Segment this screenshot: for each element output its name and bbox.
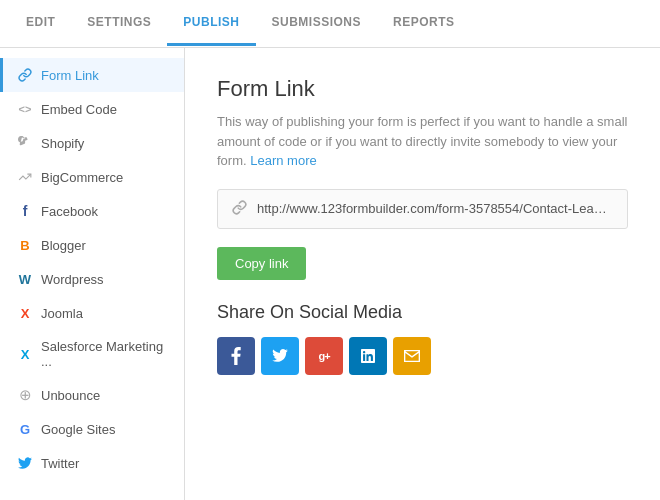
sidebar-label-bigcommerce: BigCommerce	[41, 170, 123, 185]
sidebar-item-embed-code[interactable]: <> Embed Code	[0, 92, 184, 126]
sidebar-item-blogger[interactable]: B Blogger	[0, 228, 184, 262]
share-twitter-button[interactable]	[261, 337, 299, 375]
sidebar-item-google-sites[interactable]: G Google Sites	[0, 412, 184, 446]
salesforce-icon: X	[17, 346, 33, 362]
google-sites-icon: G	[17, 421, 33, 437]
sidebar-item-wordpress[interactable]: W Wordpress	[0, 262, 184, 296]
share-linkedin-button[interactable]	[349, 337, 387, 375]
tab-reports[interactable]: REPORTS	[377, 1, 471, 46]
sidebar-label-embed-code: Embed Code	[41, 102, 117, 117]
copy-link-button[interactable]: Copy link	[217, 247, 306, 280]
content-description: This way of publishing your form is perf…	[217, 112, 628, 171]
sidebar-label-facebook: Facebook	[41, 204, 98, 219]
tab-submissions[interactable]: SUBMISSIONS	[256, 1, 378, 46]
url-display-box: http://www.123formbuilder.com/form-35785…	[217, 189, 628, 229]
sidebar-label-joomla: Joomla	[41, 306, 83, 321]
tab-edit[interactable]: EDIT	[10, 1, 71, 46]
sidebar-item-form-link[interactable]: Form Link	[0, 58, 184, 92]
sidebar-item-shopify[interactable]: Shopify	[0, 126, 184, 160]
sidebar-item-salesforce[interactable]: X Salesforce Marketing ...	[0, 330, 184, 378]
share-gplus-button[interactable]: g+	[305, 337, 343, 375]
embed-icon: <>	[17, 101, 33, 117]
wordpress-icon: W	[17, 271, 33, 287]
sidebar-item-bigcommerce[interactable]: BigCommerce	[0, 160, 184, 194]
sidebar: Form Link <> Embed Code Shopify BigComme…	[0, 48, 185, 500]
sidebar-label-form-link: Form Link	[41, 68, 99, 83]
tab-publish[interactable]: PUBLISH	[167, 1, 255, 46]
share-email-button[interactable]	[393, 337, 431, 375]
sidebar-label-salesforce: Salesforce Marketing ...	[41, 339, 170, 369]
sidebar-label-blogger: Blogger	[41, 238, 86, 253]
form-url: http://www.123formbuilder.com/form-35785…	[257, 201, 613, 216]
sidebar-item-unbounce[interactable]: ⊕ Unbounce	[0, 378, 184, 412]
sidebar-item-twitter[interactable]: Twitter	[0, 446, 184, 480]
page-title: Form Link	[217, 76, 628, 102]
sidebar-label-unbounce: Unbounce	[41, 388, 100, 403]
learn-more-link[interactable]: Learn more	[250, 153, 316, 168]
top-nav: EDIT SETTINGS PUBLISH SUBMISSIONS REPORT…	[0, 0, 660, 48]
unbounce-icon: ⊕	[17, 387, 33, 403]
bigcommerce-icon	[17, 169, 33, 185]
sidebar-item-joomla[interactable]: X Joomla	[0, 296, 184, 330]
joomla-icon: X	[17, 305, 33, 321]
tab-settings[interactable]: SETTINGS	[71, 1, 167, 46]
content-area: Form Link This way of publishing your fo…	[185, 48, 660, 500]
social-icons-row: g+	[217, 337, 628, 375]
link-icon	[17, 67, 33, 83]
sidebar-label-twitter: Twitter	[41, 456, 79, 471]
link-box-icon	[232, 200, 247, 218]
sidebar-label-shopify: Shopify	[41, 136, 84, 151]
facebook-icon: f	[17, 203, 33, 219]
sidebar-label-google-sites: Google Sites	[41, 422, 115, 437]
shopify-icon	[17, 135, 33, 151]
sidebar-item-facebook[interactable]: f Facebook	[0, 194, 184, 228]
blogger-icon: B	[17, 237, 33, 253]
share-facebook-button[interactable]	[217, 337, 255, 375]
sidebar-label-wordpress: Wordpress	[41, 272, 104, 287]
main-layout: Form Link <> Embed Code Shopify BigComme…	[0, 48, 660, 500]
twitter-sidebar-icon	[17, 455, 33, 471]
social-title: Share On Social Media	[217, 302, 628, 323]
